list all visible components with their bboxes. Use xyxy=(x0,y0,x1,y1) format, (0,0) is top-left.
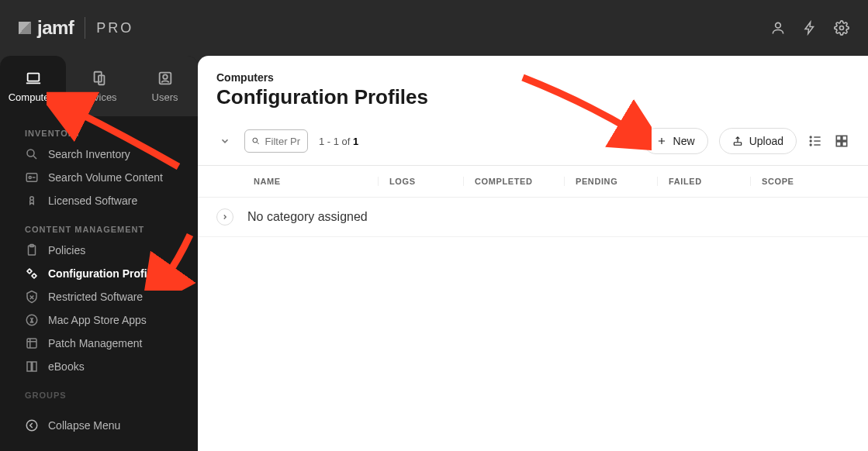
svg-point-13 xyxy=(28,270,32,274)
col-completed[interactable]: COMPLETED xyxy=(463,177,564,186)
new-button-label: New xyxy=(673,135,695,147)
main: Computers Configuration Profiles 1 - 1 o… xyxy=(198,56,868,451)
sidebar-item-restricted-software[interactable]: Restricted Software xyxy=(0,285,198,308)
svg-rect-2 xyxy=(27,73,39,81)
svg-rect-23 xyxy=(836,136,841,140)
page-title: Configuration Profiles xyxy=(216,85,849,109)
expand-category-button[interactable] xyxy=(216,208,233,226)
filter-input-wrap[interactable] xyxy=(244,129,308,153)
clipboard-icon xyxy=(25,243,39,257)
sidebar-item-label: Search Inventory xyxy=(48,148,130,160)
topbar: jamf PRO xyxy=(0,0,868,56)
search-icon xyxy=(251,135,261,147)
volume-icon xyxy=(25,170,39,184)
brand-divider xyxy=(85,17,85,39)
sidebar-item-label: Configuration Profiles xyxy=(48,267,162,280)
sidebar-item-label: eBooks xyxy=(48,360,85,373)
count-total: 1 xyxy=(353,136,358,147)
svg-point-17 xyxy=(26,420,37,431)
sidebar-item-search-inventory[interactable]: Search Inventory xyxy=(0,143,198,166)
section-content-label: CONTENT MANAGEMENT xyxy=(0,212,198,239)
col-failed[interactable]: FAILED xyxy=(657,177,750,186)
svg-point-10 xyxy=(30,197,34,201)
sidebar-item-mac-app-store[interactable]: Mac App Store Apps xyxy=(0,308,198,332)
main-header: Computers Configuration Profiles xyxy=(198,56,868,122)
new-button[interactable]: New xyxy=(643,128,708,154)
sidebar-item-configuration-profiles[interactable]: Configuration Profiles xyxy=(0,262,198,285)
list-icon xyxy=(807,133,823,149)
svg-rect-16 xyxy=(27,339,36,348)
category-row: No category assigned xyxy=(198,198,868,237)
upload-icon xyxy=(732,136,743,146)
collapse-label: Collapse Menu xyxy=(48,419,120,432)
sidebar-item-label: Policies xyxy=(48,244,85,256)
license-icon xyxy=(25,194,39,208)
svg-point-9 xyxy=(29,177,31,179)
chevron-down-icon xyxy=(220,136,230,146)
sidebar-item-label: Licensed Software xyxy=(48,195,137,207)
sidebar-item-search-volume[interactable]: Search Volume Content xyxy=(0,166,198,189)
tab-computers-label: Computers xyxy=(9,91,58,103)
brand-name: jamf xyxy=(37,17,74,39)
brand: jamf PRO xyxy=(19,17,133,39)
sidebar-item-label: Restricted Software xyxy=(48,291,143,303)
sidebar-item-ebooks[interactable]: eBooks xyxy=(0,355,198,378)
svg-rect-19 xyxy=(734,143,741,146)
sidebar-item-patch-management[interactable]: Patch Management xyxy=(0,332,198,355)
jamf-logo-icon xyxy=(19,22,31,34)
laptop-icon xyxy=(23,70,43,87)
col-scope[interactable]: SCOPE xyxy=(750,177,849,186)
sidebar-tabs: Computers Devices Users xyxy=(0,56,198,116)
svg-rect-25 xyxy=(836,142,841,146)
shell: Computers Devices Users INVENTORY Search… xyxy=(0,56,868,451)
col-name[interactable]: NAME xyxy=(254,177,378,186)
table-header: NAME LOGS COMPLETED PENDING FAILED SCOPE xyxy=(198,166,868,198)
collapse-menu-button[interactable]: Collapse Menu xyxy=(0,408,198,451)
svg-point-18 xyxy=(253,138,258,143)
col-pending[interactable]: PENDING xyxy=(564,177,657,186)
svg-point-14 xyxy=(33,274,36,278)
bolt-icon[interactable] xyxy=(803,20,817,36)
chevron-right-icon xyxy=(221,213,229,221)
topbar-actions xyxy=(770,20,849,36)
sidebar-item-policies[interactable]: Policies xyxy=(0,239,198,262)
col-logs[interactable]: LOGS xyxy=(378,177,463,186)
tab-devices[interactable]: Devices xyxy=(66,56,132,116)
devices-icon xyxy=(89,70,109,87)
appstore-icon xyxy=(25,313,39,327)
gear-icon[interactable] xyxy=(834,20,849,36)
filter-input[interactable] xyxy=(265,136,301,147)
grid-icon xyxy=(834,133,849,149)
svg-point-6 xyxy=(163,74,168,79)
svg-point-22 xyxy=(810,144,811,146)
book-icon xyxy=(25,360,39,374)
gears-icon xyxy=(25,267,39,281)
svg-rect-24 xyxy=(842,136,847,140)
tab-users[interactable]: Users xyxy=(132,56,198,116)
sidebar: Computers Devices Users INVENTORY Search… xyxy=(0,56,198,451)
toolbar: 1 - 1 of 1 New Upload xyxy=(198,122,868,166)
tab-computers[interactable]: Computers xyxy=(0,56,66,116)
shield-x-icon xyxy=(25,290,39,304)
section-groups-label: GROUPS xyxy=(0,378,198,400)
count-prefix: 1 - 1 of xyxy=(319,136,353,147)
collapse-toggle-button[interactable] xyxy=(216,133,233,150)
user-icon[interactable] xyxy=(770,20,786,36)
list-view-button[interactable] xyxy=(807,133,823,149)
grid-view-button[interactable] xyxy=(834,133,849,149)
search-icon xyxy=(25,147,39,161)
upload-button[interactable]: Upload xyxy=(719,128,797,154)
users-icon xyxy=(155,70,175,87)
sidebar-item-licensed-software[interactable]: Licensed Software xyxy=(0,189,198,212)
category-label: No category assigned xyxy=(247,210,368,224)
sidebar-item-label: Search Volume Content xyxy=(48,171,163,184)
svg-point-21 xyxy=(810,140,811,142)
breadcrumb: Computers xyxy=(216,71,849,84)
svg-point-1 xyxy=(840,26,844,30)
upload-button-label: Upload xyxy=(749,135,783,147)
patch-icon xyxy=(25,336,39,350)
svg-point-7 xyxy=(27,150,34,157)
result-count: 1 - 1 of 1 xyxy=(319,136,358,147)
sidebar-item-label: Patch Management xyxy=(48,337,142,349)
svg-rect-26 xyxy=(842,142,847,146)
